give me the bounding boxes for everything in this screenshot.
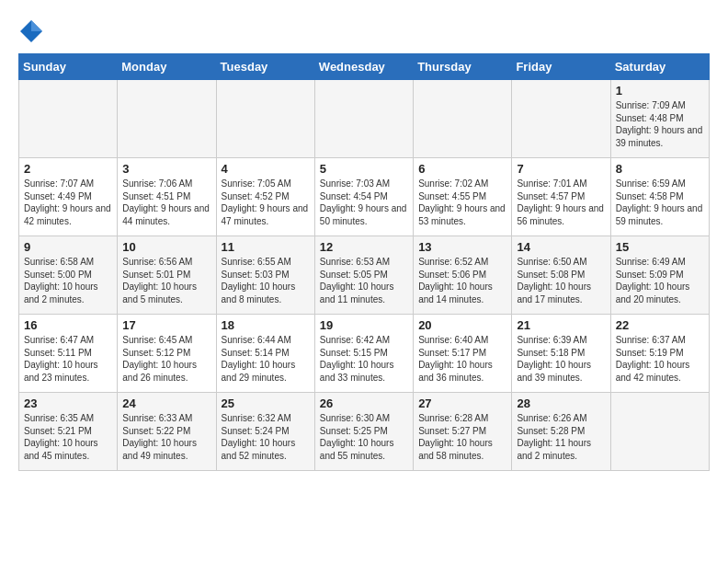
logo bbox=[18, 18, 46, 44]
day-info: Sunrise: 6:39 AM Sunset: 5:18 PM Dayligh… bbox=[517, 334, 605, 384]
calendar-cell bbox=[118, 80, 216, 158]
day-number: 13 bbox=[418, 240, 506, 254]
day-number: 25 bbox=[222, 396, 310, 410]
calendar-cell bbox=[19, 80, 118, 158]
day-info: Sunrise: 6:30 AM Sunset: 5:25 PM Dayligh… bbox=[320, 412, 408, 462]
day-info: Sunrise: 7:07 AM Sunset: 4:49 PM Dayligh… bbox=[24, 178, 112, 227]
calendar-cell: 25Sunrise: 6:32 AM Sunset: 5:24 PM Dayli… bbox=[216, 393, 314, 471]
day-number: 21 bbox=[517, 318, 605, 332]
day-info: Sunrise: 7:02 AM Sunset: 4:55 PM Dayligh… bbox=[418, 178, 506, 227]
calendar-cell: 9Sunrise: 6:58 AM Sunset: 5:00 PM Daylig… bbox=[19, 236, 118, 315]
calendar-cell: 5Sunrise: 7:03 AM Sunset: 4:54 PM Daylig… bbox=[314, 158, 413, 236]
day-info: Sunrise: 6:52 AM Sunset: 5:06 PM Dayligh… bbox=[418, 256, 506, 305]
day-info: Sunrise: 6:44 AM Sunset: 5:14 PM Dayligh… bbox=[222, 334, 310, 384]
day-info: Sunrise: 6:45 AM Sunset: 5:12 PM Dayligh… bbox=[122, 334, 210, 384]
day-number: 27 bbox=[418, 396, 506, 410]
day-number: 17 bbox=[122, 318, 210, 332]
day-info: Sunrise: 7:09 AM Sunset: 4:48 PM Dayligh… bbox=[616, 99, 704, 149]
calendar-day-header: Saturday bbox=[610, 54, 709, 80]
calendar-cell: 19Sunrise: 6:42 AM Sunset: 5:15 PM Dayli… bbox=[314, 315, 413, 393]
day-info: Sunrise: 7:01 AM Sunset: 4:57 PM Dayligh… bbox=[517, 178, 605, 227]
day-info: Sunrise: 7:03 AM Sunset: 4:54 PM Dayligh… bbox=[320, 178, 408, 227]
calendar-cell: 15Sunrise: 6:49 AM Sunset: 5:09 PM Dayli… bbox=[610, 236, 709, 315]
calendar-cell: 16Sunrise: 6:47 AM Sunset: 5:11 PM Dayli… bbox=[19, 315, 118, 393]
day-info: Sunrise: 7:05 AM Sunset: 4:52 PM Dayligh… bbox=[222, 178, 310, 227]
day-info: Sunrise: 6:50 AM Sunset: 5:08 PM Dayligh… bbox=[517, 256, 605, 305]
day-number: 2 bbox=[24, 162, 112, 176]
day-info: Sunrise: 6:59 AM Sunset: 4:58 PM Dayligh… bbox=[616, 178, 704, 227]
calendar-day-header: Wednesday bbox=[314, 54, 413, 80]
day-info: Sunrise: 6:42 AM Sunset: 5:15 PM Dayligh… bbox=[320, 334, 408, 384]
day-number: 8 bbox=[616, 162, 704, 176]
day-number: 16 bbox=[24, 318, 112, 332]
calendar-cell: 7Sunrise: 7:01 AM Sunset: 4:57 PM Daylig… bbox=[512, 158, 610, 236]
day-number: 10 bbox=[122, 240, 210, 254]
day-info: Sunrise: 7:06 AM Sunset: 4:51 PM Dayligh… bbox=[122, 178, 210, 227]
day-number: 5 bbox=[320, 162, 408, 176]
day-info: Sunrise: 6:26 AM Sunset: 5:28 PM Dayligh… bbox=[517, 412, 605, 462]
calendar-week-row: 2Sunrise: 7:07 AM Sunset: 4:49 PM Daylig… bbox=[19, 158, 710, 236]
calendar-cell: 24Sunrise: 6:33 AM Sunset: 5:22 PM Dayli… bbox=[118, 393, 216, 471]
day-number: 15 bbox=[616, 240, 704, 254]
calendar-cell: 3Sunrise: 7:06 AM Sunset: 4:51 PM Daylig… bbox=[118, 158, 216, 236]
calendar-cell: 28Sunrise: 6:26 AM Sunset: 5:28 PM Dayli… bbox=[512, 393, 610, 471]
day-info: Sunrise: 6:40 AM Sunset: 5:17 PM Dayligh… bbox=[418, 334, 506, 384]
calendar-cell: 26Sunrise: 6:30 AM Sunset: 5:25 PM Dayli… bbox=[314, 393, 413, 471]
day-info: Sunrise: 6:58 AM Sunset: 5:00 PM Dayligh… bbox=[24, 256, 112, 305]
day-info: Sunrise: 6:37 AM Sunset: 5:19 PM Dayligh… bbox=[616, 334, 704, 384]
calendar-cell: 17Sunrise: 6:45 AM Sunset: 5:12 PM Dayli… bbox=[118, 315, 216, 393]
day-number: 18 bbox=[222, 318, 310, 332]
day-number: 11 bbox=[222, 240, 310, 254]
day-number: 6 bbox=[418, 162, 506, 176]
day-number: 4 bbox=[222, 162, 310, 176]
calendar-day-header: Monday bbox=[118, 54, 216, 80]
header bbox=[18, 18, 710, 44]
calendar-cell: 8Sunrise: 6:59 AM Sunset: 4:58 PM Daylig… bbox=[610, 158, 709, 236]
calendar-cell: 27Sunrise: 6:28 AM Sunset: 5:27 PM Dayli… bbox=[414, 393, 512, 471]
day-number: 14 bbox=[517, 240, 605, 254]
calendar-day-header: Friday bbox=[512, 54, 610, 80]
day-info: Sunrise: 6:56 AM Sunset: 5:01 PM Dayligh… bbox=[122, 256, 210, 305]
calendar-cell: 14Sunrise: 6:50 AM Sunset: 5:08 PM Dayli… bbox=[512, 236, 610, 315]
calendar-cell: 11Sunrise: 6:55 AM Sunset: 5:03 PM Dayli… bbox=[216, 236, 314, 315]
day-info: Sunrise: 6:53 AM Sunset: 5:05 PM Dayligh… bbox=[320, 256, 408, 305]
calendar-week-row: 23Sunrise: 6:35 AM Sunset: 5:21 PM Dayli… bbox=[19, 393, 710, 471]
calendar-cell bbox=[216, 80, 314, 158]
calendar-cell: 12Sunrise: 6:53 AM Sunset: 5:05 PM Dayli… bbox=[314, 236, 413, 315]
calendar-cell bbox=[314, 80, 413, 158]
calendar-cell: 2Sunrise: 7:07 AM Sunset: 4:49 PM Daylig… bbox=[19, 158, 118, 236]
calendar-cell: 20Sunrise: 6:40 AM Sunset: 5:17 PM Dayli… bbox=[414, 315, 512, 393]
day-number: 23 bbox=[24, 396, 112, 410]
calendar-day-header: Tuesday bbox=[216, 54, 314, 80]
calendar-week-row: 1Sunrise: 7:09 AM Sunset: 4:48 PM Daylig… bbox=[19, 80, 710, 158]
calendar-cell bbox=[512, 80, 610, 158]
day-number: 19 bbox=[320, 318, 408, 332]
day-number: 20 bbox=[418, 318, 506, 332]
day-number: 3 bbox=[122, 162, 210, 176]
calendar-cell: 10Sunrise: 6:56 AM Sunset: 5:01 PM Dayli… bbox=[118, 236, 216, 315]
calendar-cell: 13Sunrise: 6:52 AM Sunset: 5:06 PM Dayli… bbox=[414, 236, 512, 315]
calendar-header-row: SundayMondayTuesdayWednesdayThursdayFrid… bbox=[19, 54, 710, 80]
day-info: Sunrise: 6:47 AM Sunset: 5:11 PM Dayligh… bbox=[24, 334, 112, 384]
day-info: Sunrise: 6:32 AM Sunset: 5:24 PM Dayligh… bbox=[222, 412, 310, 462]
day-number: 9 bbox=[24, 240, 112, 254]
day-number: 26 bbox=[320, 396, 408, 410]
calendar-cell bbox=[414, 80, 512, 158]
day-number: 28 bbox=[517, 396, 605, 410]
calendar-cell: 22Sunrise: 6:37 AM Sunset: 5:19 PM Dayli… bbox=[610, 315, 709, 393]
calendar-cell: 23Sunrise: 6:35 AM Sunset: 5:21 PM Dayli… bbox=[19, 393, 118, 471]
calendar-cell: 6Sunrise: 7:02 AM Sunset: 4:55 PM Daylig… bbox=[414, 158, 512, 236]
calendar-cell: 18Sunrise: 6:44 AM Sunset: 5:14 PM Dayli… bbox=[216, 315, 314, 393]
day-number: 24 bbox=[122, 396, 210, 410]
calendar-cell: 1Sunrise: 7:09 AM Sunset: 4:48 PM Daylig… bbox=[610, 80, 709, 158]
svg-marker-1 bbox=[31, 20, 42, 31]
day-number: 22 bbox=[616, 318, 704, 332]
page: SundayMondayTuesdayWednesdayThursdayFrid… bbox=[0, 0, 728, 480]
day-number: 12 bbox=[320, 240, 408, 254]
day-number: 7 bbox=[517, 162, 605, 176]
calendar-cell: 21Sunrise: 6:39 AM Sunset: 5:18 PM Dayli… bbox=[512, 315, 610, 393]
calendar-week-row: 16Sunrise: 6:47 AM Sunset: 5:11 PM Dayli… bbox=[19, 315, 710, 393]
calendar-cell bbox=[610, 393, 709, 471]
calendar-table: SundayMondayTuesdayWednesdayThursdayFrid… bbox=[18, 53, 710, 471]
calendar-week-row: 9Sunrise: 6:58 AM Sunset: 5:00 PM Daylig… bbox=[19, 236, 710, 315]
